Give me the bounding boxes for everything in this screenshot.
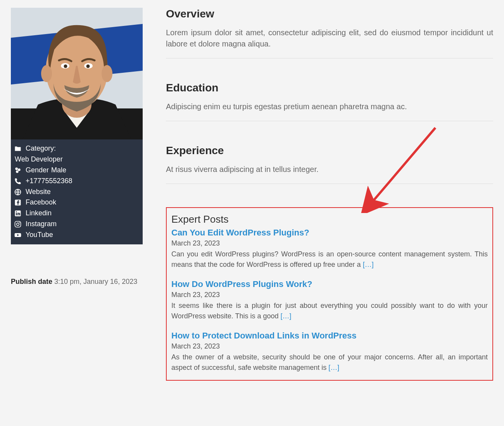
divider — [166, 121, 493, 121]
post-title-link[interactable]: How to Protect Download Links in WordPre… — [171, 331, 488, 341]
svg-point-11 — [15, 167, 18, 170]
post-excerpt: It seems like there is a plugin for just… — [171, 301, 488, 321]
instagram-link-text: Instagram — [26, 219, 57, 230]
experience-heading: Experience — [166, 144, 493, 157]
post-date: March 23, 2023 — [171, 291, 488, 299]
gender-label: Gender — [26, 165, 49, 176]
user-icon — [14, 167, 22, 174]
phone-icon — [14, 177, 22, 185]
globe-icon — [14, 188, 22, 196]
expert-posts-box: Expert Posts Can You Edit WordPress Plug… — [166, 207, 493, 381]
meta-category: Category: — [14, 143, 140, 154]
svg-point-20 — [17, 223, 19, 226]
linkedin-icon — [14, 210, 22, 217]
svg-point-6 — [102, 65, 112, 82]
post-title-link[interactable]: How Do WordPress Plugins Work? — [171, 279, 488, 289]
instagram-icon — [14, 220, 22, 228]
post-excerpt: Can you edit WordPress plugins? WordPres… — [171, 249, 488, 270]
svg-point-10 — [86, 65, 90, 68]
facebook-icon — [14, 199, 22, 206]
expert-posts-heading: Expert Posts — [171, 213, 488, 225]
read-more-link[interactable]: […] — [280, 312, 291, 320]
post-item: Can You Edit WordPress Plugins? March 23… — [171, 228, 488, 270]
post-excerpt: As the owner of a website, security shou… — [171, 352, 488, 373]
meta-gender: Gender Male — [14, 165, 140, 176]
post-date: March 23, 2023 — [171, 239, 488, 247]
folder-icon — [14, 145, 22, 153]
youtube-icon — [14, 231, 22, 239]
profile-photo — [11, 8, 143, 139]
meta-linkedin[interactable]: Linkedin — [14, 208, 140, 219]
publish-value: 3:10 pm, January 16, 2023 — [54, 278, 137, 285]
category-label: Category: — [26, 143, 56, 154]
linkedin-link-text: Linkedin — [26, 208, 52, 219]
phone-value: +17775552368 — [26, 176, 72, 187]
post-item: How to Protect Download Links in WordPre… — [171, 331, 488, 373]
publish-date: Publish date 3:10 pm, January 16, 2023 — [11, 278, 143, 286]
divider — [166, 58, 493, 58]
svg-rect-17 — [16, 213, 17, 216]
overview-body: Lorem ipsum dolor sit amet, consectetur … — [166, 27, 493, 50]
svg-point-21 — [19, 222, 20, 223]
svg-point-18 — [16, 211, 17, 213]
category-value: Web Developer — [15, 154, 140, 165]
meta-website[interactable]: Website — [14, 187, 140, 198]
svg-point-13 — [16, 170, 19, 173]
gender-value: Male — [51, 165, 66, 176]
post-title-link[interactable]: Can You Edit WordPress Plugins? — [171, 228, 488, 238]
meta-phone: +17775552368 — [14, 176, 140, 187]
meta-instagram[interactable]: Instagram — [14, 219, 140, 230]
read-more-link[interactable]: […] — [363, 261, 374, 268]
experience-body: At risus viverra adipiscing at in tellus… — [166, 164, 493, 175]
svg-point-12 — [18, 168, 21, 171]
meta-youtube[interactable]: YouTube — [14, 230, 140, 240]
profile-meta-box: Category: Web Developer Gender Male +177… — [11, 139, 143, 244]
read-more-link[interactable]: […] — [328, 364, 339, 371]
youtube-link-text: YouTube — [26, 230, 53, 240]
publish-label: Publish date — [11, 278, 52, 285]
website-link-text: Website — [26, 187, 51, 198]
overview-heading: Overview — [166, 8, 493, 20]
meta-facebook[interactable]: Facebook — [14, 197, 140, 208]
facebook-link-text: Facebook — [26, 197, 56, 208]
divider — [166, 184, 493, 184]
svg-point-9 — [64, 65, 67, 68]
education-heading: Education — [166, 82, 493, 94]
education-body: Adipiscing enim eu turpis egestas pretiu… — [166, 101, 493, 112]
post-item: How Do WordPress Plugins Work? March 23,… — [171, 279, 488, 321]
post-date: March 23, 2023 — [171, 342, 488, 350]
svg-point-5 — [41, 65, 52, 82]
